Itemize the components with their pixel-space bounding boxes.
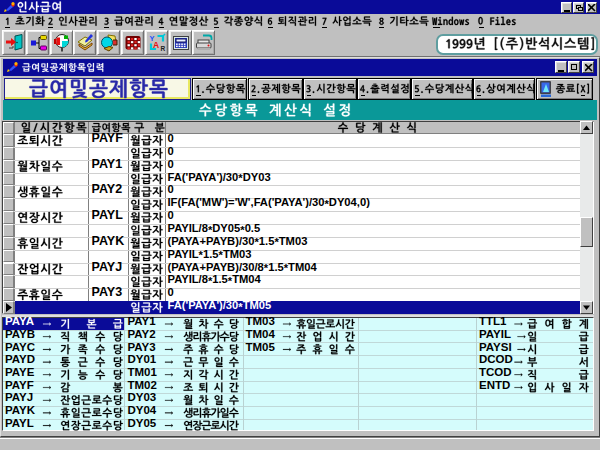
svg-text:R: R <box>160 45 165 52</box>
